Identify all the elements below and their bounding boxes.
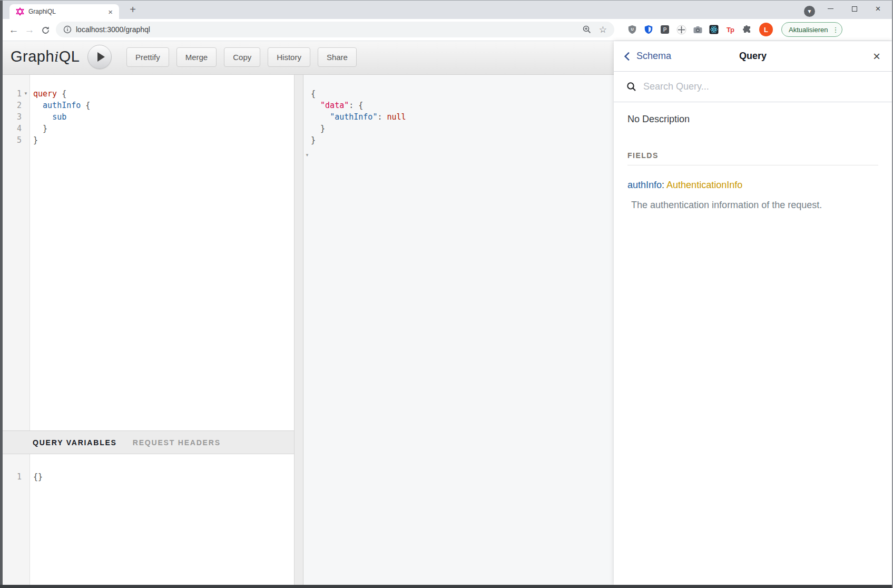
reload-icon[interactable] bbox=[38, 23, 53, 37]
tab-query-variables[interactable]: QUERY VARIABLES bbox=[33, 438, 117, 447]
code-line: "data": { bbox=[308, 100, 614, 111]
extension-move-cross-icon[interactable] bbox=[676, 24, 686, 35]
type-name-link[interactable]: AuthenticationInfo bbox=[666, 180, 742, 190]
graphiql-toolbar-buttons: PrettifyMergeCopyHistoryShare bbox=[126, 47, 357, 67]
code-line: "authInfo": null bbox=[308, 111, 614, 123]
tab-search-icon[interactable]: ▼ bbox=[804, 6, 815, 17]
extension-p-icon[interactable]: P bbox=[660, 24, 670, 35]
close-icon[interactable]: × bbox=[866, 0, 890, 17]
code-line: 5} bbox=[3, 134, 294, 146]
toolbar-button-history[interactable]: History bbox=[268, 47, 310, 67]
svg-text:U: U bbox=[631, 27, 633, 32]
extension-tp-icon[interactable]: Tp bbox=[725, 24, 735, 35]
field-name-link[interactable]: authInfo bbox=[627, 180, 662, 190]
extension-camera-icon[interactable] bbox=[692, 24, 703, 35]
line-number: 4 bbox=[3, 123, 22, 134]
doc-body: No Description FIELDS authInfo: Authenti… bbox=[614, 102, 892, 222]
code-line: 1▼query { bbox=[3, 88, 294, 100]
address-bar[interactable]: localhost:3000/graphql ☆ bbox=[56, 22, 614, 37]
doc-back-button[interactable]: Schema bbox=[625, 51, 671, 62]
minimize-icon[interactable] bbox=[819, 0, 842, 17]
doc-back-label: Schema bbox=[636, 51, 671, 62]
toolbar-button-prettify[interactable]: Prettify bbox=[126, 47, 169, 67]
type-description: No Description bbox=[627, 114, 878, 125]
code-line: 4 } bbox=[3, 123, 294, 134]
back-icon[interactable]: ← bbox=[6, 23, 21, 37]
pane-resize-handle[interactable] bbox=[294, 75, 303, 585]
svg-text:P: P bbox=[663, 27, 667, 33]
toolbar-button-share[interactable]: Share bbox=[318, 47, 357, 67]
profile-avatar[interactable]: L bbox=[759, 23, 773, 36]
new-tab-button[interactable]: + bbox=[126, 3, 139, 16]
doc-search-input[interactable] bbox=[642, 81, 879, 93]
toolbar-button-merge[interactable]: Merge bbox=[176, 47, 217, 67]
code-line: 3 sub bbox=[3, 111, 294, 123]
page-info-icon[interactable] bbox=[63, 25, 72, 34]
code-line: 1{} bbox=[3, 471, 294, 483]
bookmark-star-icon[interactable]: ☆ bbox=[599, 25, 607, 34]
toolbar-button-copy[interactable]: Copy bbox=[224, 47, 260, 67]
browser-toolbar: ← → localhost:3000/graphql bbox=[0, 19, 893, 41]
chevron-left-icon bbox=[624, 52, 633, 61]
maximize-icon[interactable] bbox=[842, 0, 866, 17]
field-row: authInfo: AuthenticationInfo bbox=[627, 180, 878, 191]
update-label: Aktualisieren bbox=[789, 26, 828, 34]
code-line: } bbox=[308, 123, 614, 134]
window-controls: × bbox=[819, 0, 890, 17]
fold-marker-icon[interactable]: ▼ bbox=[22, 88, 30, 100]
search-icon bbox=[626, 82, 637, 92]
extensions-puzzle-icon[interactable] bbox=[741, 24, 752, 35]
query-variables-editor[interactable]: 1{} bbox=[3, 454, 294, 585]
chrome-update-button[interactable]: Aktualisieren ⋮ bbox=[781, 22, 842, 37]
line-number: 1 bbox=[3, 88, 22, 100]
line-number: 3 bbox=[3, 111, 22, 123]
browser-window: GraphiQL × + ▼ × ← → bbox=[0, 0, 893, 588]
line-number: 2 bbox=[3, 100, 22, 111]
field-colon: : bbox=[662, 180, 666, 190]
query-editor[interactable]: 1▼query {2 authInfo {3 sub4 }5} bbox=[3, 75, 294, 430]
extension-react-devtools-icon[interactable] bbox=[709, 24, 719, 35]
result-viewer[interactable]: ▼ { "data": { "authInfo": null }} bbox=[303, 75, 614, 585]
code-line: } bbox=[308, 134, 614, 146]
code-line: 2 authInfo { bbox=[3, 100, 294, 111]
doc-explorer: Schema Query × No Description FIELDS aut… bbox=[614, 41, 892, 585]
tab-title: GraphiQL bbox=[28, 8, 106, 15]
forward-icon[interactable]: → bbox=[22, 23, 37, 37]
variables-title-bar: QUERY VARIABLESREQUEST HEADERS bbox=[3, 430, 294, 454]
line-number: 5 bbox=[3, 134, 22, 146]
extension-bitwarden-shield-icon[interactable] bbox=[643, 24, 654, 35]
window-frame bbox=[0, 0, 3, 588]
extension-gray-shield-icon[interactable]: U bbox=[627, 24, 637, 35]
execute-query-button[interactable] bbox=[87, 45, 112, 69]
graphql-favicon-icon bbox=[16, 7, 24, 16]
fold-marker-icon[interactable]: ▼ bbox=[305, 153, 309, 158]
kebab-menu-icon[interactable]: ⋮ bbox=[832, 26, 839, 34]
tab-request-headers[interactable]: REQUEST HEADERS bbox=[133, 438, 221, 447]
window-frame bbox=[0, 0, 893, 1]
url-text: localhost:3000/graphql bbox=[76, 25, 582, 34]
window-frame bbox=[0, 585, 893, 588]
doc-search-row bbox=[614, 72, 892, 102]
fields-heading: FIELDS bbox=[627, 151, 878, 165]
doc-close-icon[interactable]: × bbox=[873, 50, 880, 63]
code-line: { bbox=[308, 88, 614, 100]
field-description: The authentication information of the re… bbox=[627, 200, 878, 211]
doc-explorer-header: Schema Query × bbox=[614, 41, 892, 72]
graphiql-logo: GraphiQL bbox=[11, 48, 80, 65]
play-triangle-icon bbox=[97, 52, 105, 62]
line-number: 1 bbox=[3, 471, 22, 483]
tab-strip: GraphiQL × + ▼ × bbox=[0, 0, 893, 19]
graphiql-topbar: GraphiQL PrettifyMergeCopyHistoryShare bbox=[3, 41, 614, 75]
zoom-icon[interactable] bbox=[582, 25, 592, 34]
extensions-row: U P bbox=[627, 22, 842, 37]
tab-close-icon[interactable]: × bbox=[106, 8, 115, 16]
browser-tab[interactable]: GraphiQL × bbox=[9, 4, 119, 19]
